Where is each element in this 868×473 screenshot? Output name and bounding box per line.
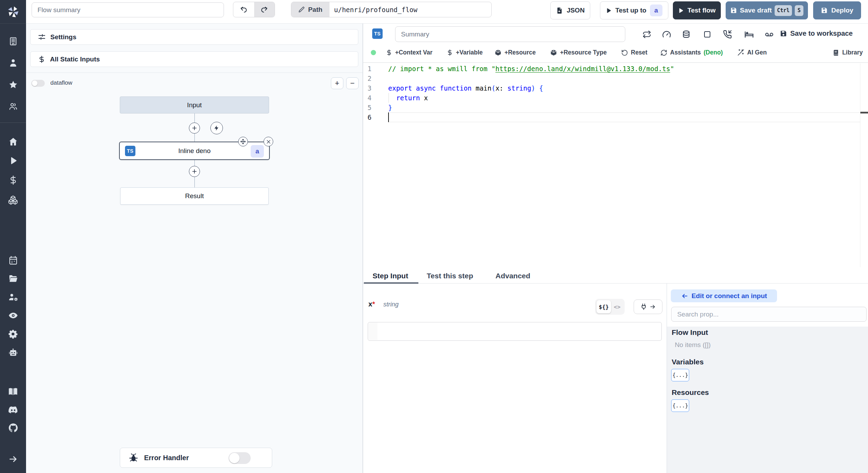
- arrow-left-icon: [681, 293, 688, 299]
- assistants-button[interactable]: Assistants (Deno): [660, 42, 723, 63]
- test-flow-button[interactable]: Test flow: [673, 1, 721, 19]
- error-handler-toggle[interactable]: [228, 452, 251, 464]
- sidebar-item-docs[interactable]: [8, 386, 18, 397]
- flow-node-input[interactable]: Input: [120, 96, 269, 113]
- field-value-input[interactable]: [368, 322, 662, 341]
- add-resource-type-label: +Resource Type: [560, 49, 607, 56]
- flow-settings-button[interactable]: Settings: [30, 29, 358, 45]
- flow-settings-label: Settings: [50, 33, 76, 41]
- redo-button[interactable]: [254, 2, 275, 17]
- move-step-button[interactable]: [238, 137, 248, 146]
- path-input[interactable]: u/henri/profound_flow: [329, 2, 491, 17]
- windmill-logo[interactable]: [0, 0, 26, 24]
- path-edit-button[interactable]: Path: [291, 2, 329, 17]
- flow-node-result[interactable]: Result: [120, 187, 269, 205]
- sidebar-item-home[interactable]: [8, 136, 18, 147]
- typescript-badge: TS: [372, 28, 383, 39]
- sidebar-collapse[interactable]: [8, 454, 18, 464]
- add-step-button-1[interactable]: [189, 123, 200, 134]
- add-variable-button[interactable]: +Variable: [446, 42, 483, 63]
- tab-step-input[interactable]: Step Input: [373, 268, 408, 284]
- sidebar-item-user[interactable]: [8, 58, 18, 68]
- connect-input-button[interactable]: [634, 299, 662, 314]
- refresh-icon: [660, 49, 667, 56]
- add-step-button-2[interactable]: [189, 166, 200, 177]
- sidebar-item-workspace[interactable]: [8, 36, 18, 47]
- library-button[interactable]: Library: [833, 42, 863, 63]
- test-up-to-step-badge[interactable]: a: [650, 5, 662, 16]
- tab-test-this-step[interactable]: Test this step: [427, 268, 473, 284]
- save-to-workspace-button[interactable]: Save to workspace: [780, 29, 853, 37]
- sidebar-item-worker-groups[interactable]: [8, 347, 18, 358]
- sidebar-item-schedules[interactable]: [8, 255, 18, 265]
- add-context-var-label: +Context Var: [395, 49, 432, 56]
- deploy-button[interactable]: Deploy: [813, 1, 861, 19]
- test-flow-label: Test flow: [687, 7, 716, 14]
- flow-input-empty: No items ([]): [675, 341, 710, 349]
- static-mode-button[interactable]: ${}: [596, 300, 611, 313]
- sidebar-item-audit-logs[interactable]: [8, 310, 18, 321]
- ai-gen-button[interactable]: AI Gen: [737, 42, 767, 63]
- error-handler-box[interactable]: Error Handler: [120, 448, 272, 468]
- edit-or-connect-button[interactable]: Edit or connect an input: [671, 289, 777, 302]
- javascript-mode-button[interactable]: <>: [611, 304, 623, 310]
- undo-button[interactable]: [233, 2, 254, 17]
- text-cursor: [388, 112, 389, 122]
- reset-button[interactable]: Reset: [621, 42, 648, 63]
- add-trigger-button[interactable]: [210, 122, 223, 134]
- user-icon: [8, 58, 18, 68]
- zoom-in-button[interactable]: +: [331, 77, 343, 89]
- variables-expand-button[interactable]: {...}: [671, 369, 689, 381]
- plus-icon: [192, 169, 197, 174]
- all-static-inputs-button[interactable]: All Static Inputs: [30, 51, 358, 67]
- suspend-icon[interactable]: [744, 29, 754, 39]
- sidebar-item-runs[interactable]: [8, 155, 18, 166]
- concurrency-icon[interactable]: [702, 29, 712, 39]
- building-icon: [8, 36, 18, 46]
- robot-icon: [8, 348, 18, 357]
- topbar: Path u/henri/profound_flow JSON Test up …: [26, 0, 868, 24]
- gauge-icon[interactable]: [662, 29, 671, 39]
- test-up-to-button[interactable]: Test up to a: [600, 1, 668, 19]
- early-stop-icon[interactable]: [723, 29, 732, 39]
- add-resource-type-button[interactable]: +Resource Type: [550, 42, 607, 63]
- move-icon: [240, 139, 246, 144]
- field-label-row: x* string: [368, 300, 399, 308]
- flow-summary-input[interactable]: [32, 2, 224, 17]
- add-resource-button[interactable]: +Resource: [494, 42, 536, 63]
- sidebar-item-discord[interactable]: [8, 405, 18, 415]
- flow-node-step[interactable]: TS Inline deno a: [119, 142, 270, 160]
- github-icon: [8, 423, 18, 433]
- sidebar-item-variables[interactable]: [8, 175, 18, 185]
- step-summary-input[interactable]: [395, 26, 625, 42]
- sidebar-item-resources[interactable]: [8, 195, 18, 205]
- file-export-icon: [556, 7, 563, 14]
- cache-icon[interactable]: [681, 29, 691, 39]
- sidebar-item-groups[interactable]: [8, 101, 18, 111]
- sleep-icon[interactable]: [764, 29, 774, 39]
- add-context-var-button[interactable]: +Context Var: [386, 42, 432, 63]
- delete-step-button[interactable]: [264, 137, 273, 146]
- sidebar-item-github[interactable]: [8, 423, 18, 433]
- rotate-ccw-icon: [621, 49, 628, 56]
- redo-icon: [260, 6, 268, 14]
- required-mark: *: [372, 300, 375, 308]
- undo-icon: [240, 6, 248, 14]
- dataflow-toggle[interactable]: [31, 80, 45, 87]
- assistants-lang-label: (Deno): [704, 49, 723, 56]
- sidebar-item-workers[interactable]: [8, 292, 18, 302]
- editor-panel: TS Save: [363, 24, 868, 473]
- json-button[interactable]: JSON: [550, 1, 590, 19]
- resources-expand-button[interactable]: {...}: [671, 399, 689, 412]
- code-editor[interactable]: 1// import * as wmill from "https://deno…: [363, 64, 868, 267]
- sidebar-item-settings[interactable]: [8, 329, 18, 339]
- step-id-badge: a: [251, 145, 264, 158]
- zoom-out-button[interactable]: −: [346, 77, 359, 89]
- windmill-flow-editor: Path u/henri/profound_flow JSON Test up …: [0, 0, 868, 473]
- tab-advanced[interactable]: Advanced: [495, 268, 530, 284]
- save-draft-button[interactable]: Save draft Ctrl S: [726, 1, 808, 19]
- search-prop-input[interactable]: [671, 307, 867, 322]
- sidebar-item-folders[interactable]: [8, 273, 18, 284]
- sidebar-item-favorites[interactable]: [8, 79, 18, 90]
- restart-icon[interactable]: [642, 29, 652, 39]
